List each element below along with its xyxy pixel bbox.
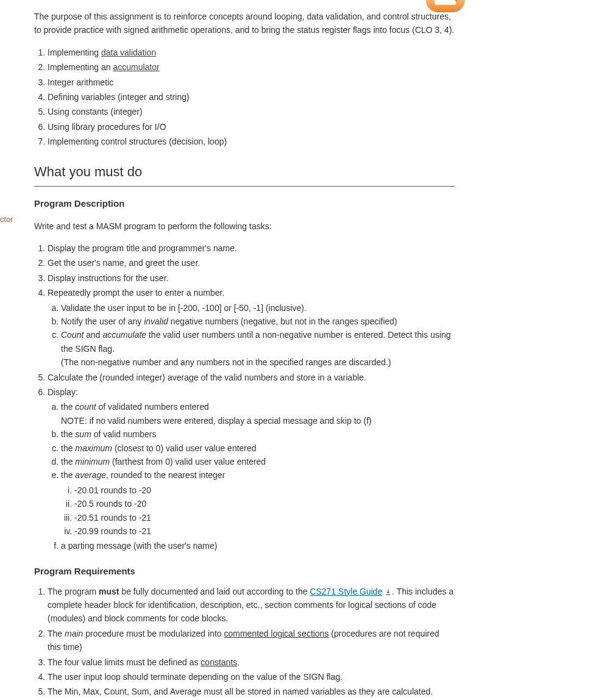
list-item: The user input loop should terminate dep… [48,670,455,684]
list-item: Repeatedly prompt the user to enter a nu… [48,286,455,369]
underline-text: commented logical sections [224,629,329,638]
list-item: The Min, Max, Count, Sum, and Average mu… [48,685,455,698]
list-item: Get the user's name, and greet the user. [48,256,455,270]
list-item: -20.01 rounds to -20 [74,484,455,497]
list-item: -20.51 rounds to -21 [74,511,455,524]
list-item: Defining variables (integer and string) [48,90,455,104]
list-item: Implementing an accumulator [48,60,455,74]
download-icon [385,587,392,596]
list-item: The four value limits must be defined as… [48,655,455,669]
section-heading-what-you-must-do: What you must do [34,161,455,187]
assignment-badge-icon [426,0,465,12]
intro-paragraph: The purpose of this assignment is to rei… [34,10,455,37]
requirements-list: The program must be fully documented and… [34,585,455,699]
list-item: the average, rounded to the nearest inte… [61,468,455,538]
list-item: Integer arithmetic [48,76,455,89]
main-content: The purpose of this assignment is to rei… [34,0,455,700]
list-item: the minimum (farthest from 0) valid user… [61,455,455,468]
list-item: Using library procedures for I/O [48,120,455,134]
list-item: the sum of valid numbers [61,427,455,441]
list-item: Notify the user of any invalid negative … [61,315,455,328]
list-item: the count of validated numbers entered N… [61,400,455,427]
left-rail-text: ctor [0,213,13,226]
purpose-list: Implementing data validation Implementin… [34,46,455,149]
underline-text: data validation [101,48,156,57]
list-item: -20.5 rounds to -20 [74,497,455,510]
list-item: The main procedure must be modularized i… [48,627,455,654]
list-item: Count and accumulate the valid user numb… [61,328,455,369]
desc-intro: Write and test a MASM program to perform… [34,220,455,233]
list-note: NOTE: if no valid numbers were entered, … [61,414,455,427]
subheading-program-description: Program Description [34,196,455,211]
list-item: Calculate the (rounded integer) average … [48,371,455,384]
underline-text: accumulator [113,62,159,72]
subheading-program-requirements: Program Requirements [34,564,455,579]
list-item: Implementing control structures (decisio… [48,135,455,148]
list-item: a parting message (with the user's name) [61,539,455,552]
list-item: The program must be fully documented and… [48,585,455,626]
list-item: Implementing data validation [48,46,455,59]
list-item: Display: the count of validated numbers … [48,385,455,553]
list-item: Display instructions for the user. [48,271,455,285]
list-item: -20.99 rounds to -21 [74,524,455,538]
list-item: the maximum (closest to 0) valid user va… [61,441,455,455]
list-note: (The non-negative number and any numbers… [61,355,455,369]
tasks-list: Display the program title and programmer… [34,241,455,553]
list-item: Using constants (integer) [48,105,455,118]
list-item: Validate the user input to be in [-200, … [61,301,455,315]
underline-text: constants [200,657,237,667]
link-style-guide[interactable]: CS271 Style Guide [310,587,382,596]
list-item: Display the program title and programmer… [48,241,455,255]
